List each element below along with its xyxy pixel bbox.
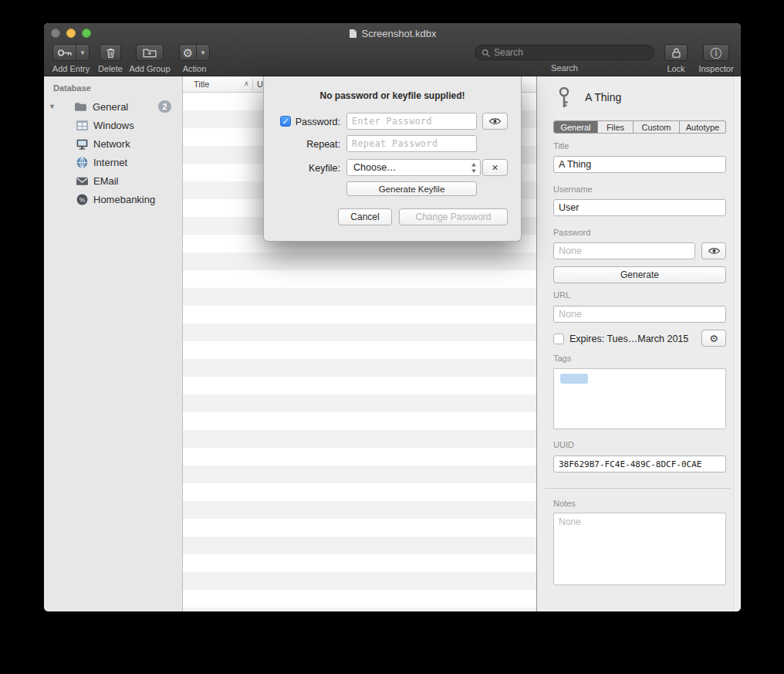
username-field-label: Username bbox=[553, 185, 593, 194]
gear-icon: ⚙ bbox=[709, 333, 718, 344]
eye-icon bbox=[708, 247, 721, 255]
search-icon bbox=[482, 49, 490, 57]
expires-checkbox[interactable] bbox=[553, 334, 564, 344]
tags-field[interactable] bbox=[553, 368, 726, 429]
cancel-button[interactable]: Cancel bbox=[338, 208, 392, 225]
lock-button[interactable] bbox=[664, 44, 688, 61]
keyfile-label: Keyfile: bbox=[286, 163, 340, 174]
search-field[interactable] bbox=[475, 45, 654, 60]
keyfile-dropdown-value: Choose… bbox=[353, 162, 397, 173]
desktop-background: Screenshot.kdbx ▾ Add Entry Del bbox=[0, 0, 784, 674]
sidebar-item-label: Windows bbox=[93, 120, 134, 131]
enter-password-input[interactable] bbox=[346, 113, 477, 130]
inspector-divider bbox=[545, 488, 730, 489]
chevron-down-icon[interactable]: ▾ bbox=[196, 45, 209, 60]
keyfile-dropdown[interactable]: Choose… bbox=[346, 159, 481, 176]
sidebar-item-internet[interactable]: Internet bbox=[44, 153, 182, 171]
toolbar-item-add-group: Add Group bbox=[126, 44, 174, 73]
title-field[interactable] bbox=[553, 156, 726, 173]
uuid-field[interactable] bbox=[553, 456, 726, 472]
eye-icon bbox=[488, 117, 502, 125]
sidebar-item-label: Homebanking bbox=[93, 194, 155, 205]
search-input[interactable] bbox=[494, 47, 647, 58]
tab-files[interactable]: Files bbox=[597, 121, 633, 133]
sidebar-item-label: EMail bbox=[93, 175, 119, 187]
window-chrome: Screenshot.kdbx ▾ Add Entry Del bbox=[44, 23, 741, 76]
sidebar-item-homebanking[interactable]: % Homebanking bbox=[44, 190, 182, 208]
action-button[interactable]: ⚙ ▾ bbox=[179, 44, 210, 61]
uuid-field-label: UUID bbox=[553, 440, 574, 449]
repeat-label: Repeat: bbox=[286, 139, 340, 150]
sidebar-item-email[interactable]: EMail bbox=[44, 171, 182, 190]
column-header-username[interactable]: U bbox=[257, 80, 263, 89]
add-entry-label: Add Entry bbox=[49, 64, 93, 73]
close-icon: × bbox=[492, 161, 498, 174]
change-password-dialog: No password or keyfile supplied! ✓ Passw… bbox=[263, 76, 522, 242]
tab-general[interactable]: General bbox=[554, 121, 597, 133]
delete-label: Delete bbox=[95, 64, 126, 73]
lock-label: Lock bbox=[659, 64, 693, 73]
generate-password-button[interactable]: Generate bbox=[553, 266, 726, 283]
expires-settings-button[interactable]: ⚙ bbox=[701, 330, 726, 347]
sidebar-group-label: General bbox=[93, 101, 128, 113]
url-field[interactable] bbox=[553, 306, 726, 323]
toolbar-item-add-entry: ▾ Add Entry bbox=[49, 44, 93, 73]
reveal-password-button[interactable] bbox=[482, 113, 508, 130]
network-icon bbox=[76, 137, 89, 151]
notes-field[interactable] bbox=[553, 513, 726, 585]
sidebar-header: Database bbox=[53, 83, 91, 93]
sidebar-item-label: Internet bbox=[93, 157, 127, 168]
sidebar-item-windows[interactable]: Windows bbox=[44, 116, 182, 134]
password-field[interactable] bbox=[553, 242, 695, 259]
add-entry-button[interactable]: ▾ bbox=[52, 44, 90, 61]
sidebar-item-label: Network bbox=[93, 138, 130, 150]
tab-autotype[interactable]: Autotype bbox=[679, 121, 725, 133]
url-field-label: URL bbox=[553, 290, 570, 300]
inspector-tabs: General Files Custom Autotype bbox=[553, 120, 726, 134]
password-label: Password: bbox=[286, 117, 340, 127]
sidebar-item-network[interactable]: Network bbox=[44, 134, 182, 153]
email-icon bbox=[76, 174, 89, 188]
sidebar-group-general[interactable]: ▼ General 2 bbox=[44, 97, 182, 116]
inspector-panel: A Thing General Files Custom Autotype Ti… bbox=[536, 76, 741, 611]
password-field-label: Password bbox=[553, 228, 590, 237]
document-icon bbox=[349, 29, 357, 39]
lock-icon bbox=[671, 47, 681, 59]
sidebar: Database ▼ General 2 Windows bbox=[44, 76, 183, 611]
toolbar-item-lock: Lock bbox=[659, 44, 693, 73]
add-group-label: Add Group bbox=[126, 64, 174, 73]
generate-keyfile-button[interactable]: Generate Keyfile bbox=[346, 181, 477, 196]
tab-custom[interactable]: Custom bbox=[633, 121, 679, 133]
column-divider[interactable] bbox=[252, 78, 253, 90]
search-label: Search bbox=[475, 63, 654, 73]
inspector-button[interactable]: ⓘ bbox=[703, 44, 729, 61]
repeat-password-input[interactable] bbox=[346, 135, 477, 152]
inspector-scrollbar bbox=[733, 76, 741, 611]
tags-field-label: Tags bbox=[553, 354, 571, 363]
chevron-down-icon[interactable]: ▾ bbox=[76, 45, 89, 60]
content-area: Database ▼ General 2 Windows bbox=[44, 76, 741, 611]
inspector-label: Inspector bbox=[696, 64, 736, 73]
username-field[interactable] bbox=[553, 199, 726, 216]
reveal-password-button[interactable] bbox=[701, 242, 726, 259]
delete-button[interactable] bbox=[100, 44, 121, 61]
title-field-label: Title bbox=[553, 141, 569, 151]
entry-title: A Thing bbox=[585, 91, 621, 103]
disclosure-triangle-icon[interactable]: ▼ bbox=[49, 103, 56, 110]
add-group-button[interactable] bbox=[136, 44, 164, 61]
trash-icon bbox=[106, 47, 116, 59]
notes-field-label: Notes bbox=[553, 499, 576, 508]
tag-chip[interactable] bbox=[560, 374, 588, 384]
windows-icon bbox=[76, 119, 89, 132]
globe-icon bbox=[76, 156, 89, 169]
change-password-button[interactable]: Change Password bbox=[399, 208, 508, 225]
info-icon: ⓘ bbox=[711, 47, 722, 59]
titlebar: Screenshot.kdbx bbox=[44, 27, 741, 39]
window-title: Screenshot.kdbx bbox=[362, 28, 437, 39]
toolbar-item-inspector: ⓘ Inspector bbox=[696, 44, 736, 73]
sort-ascending-icon: ∧ bbox=[244, 80, 249, 87]
action-label: Action bbox=[175, 64, 214, 73]
column-header-title[interactable]: Title bbox=[194, 80, 209, 89]
clear-keyfile-button[interactable]: × bbox=[482, 159, 508, 176]
key-icon bbox=[53, 45, 76, 60]
